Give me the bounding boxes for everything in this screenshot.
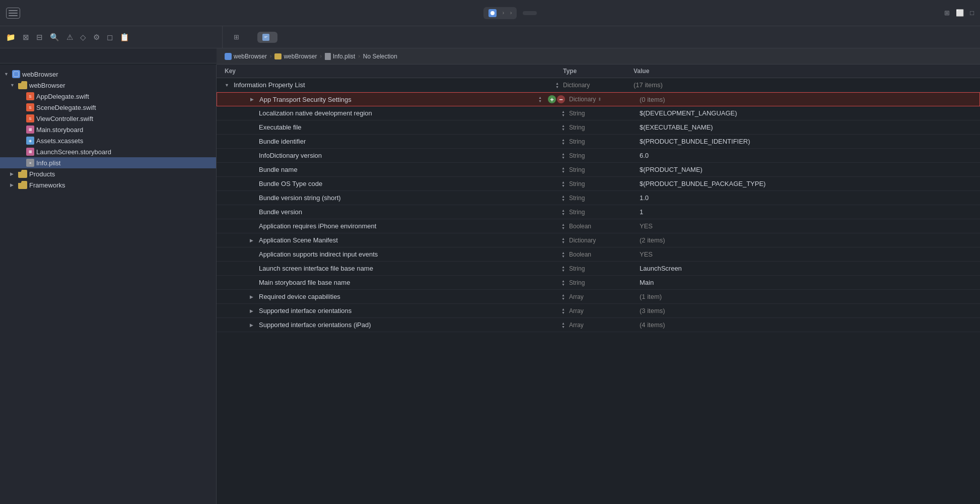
plist-row-bundle-version[interactable]: Bundle version▲▼String1 <box>217 205 980 219</box>
source-control-icon[interactable]: ⊠ <box>23 33 29 42</box>
stepper-up[interactable]: ▲ <box>562 265 565 269</box>
plist-chevron-supported-orientations-ipad[interactable]: ▶ <box>250 323 256 328</box>
stepper-down[interactable]: ▼ <box>562 156 565 159</box>
stepper-up[interactable]: ▲ <box>562 180 565 184</box>
stepper-down[interactable]: ▼ <box>562 283 565 286</box>
stepper-executable-file[interactable]: ▲▼ <box>562 124 565 131</box>
stepper-down[interactable]: ▼ <box>562 311 565 314</box>
stepper-up[interactable]: ▲ <box>555 82 559 85</box>
search-nav-icon[interactable]: 🔍 <box>50 33 59 42</box>
stepper-launch-screen[interactable]: ▲▼ <box>562 265 565 272</box>
add-item-button[interactable]: + <box>548 95 556 103</box>
stepper-up[interactable]: ▲ <box>562 223 565 226</box>
stepper-down[interactable]: ▼ <box>562 255 565 258</box>
stepper-down[interactable]: ▼ <box>562 226 565 230</box>
stepper-up[interactable]: ▲ <box>562 124 565 128</box>
plist-row-app-scene-manifest[interactable]: ▶Application Scene Manifest▲▼Dictionary(… <box>217 233 980 247</box>
stepper-info-prop-list[interactable]: ▲▼ <box>555 82 559 89</box>
inspector-icon[interactable]: □ <box>970 9 974 17</box>
stepper-up[interactable]: ▲ <box>538 96 542 99</box>
stepper-down[interactable]: ▼ <box>562 170 565 173</box>
stepper-localization[interactable]: ▲▼ <box>562 110 565 117</box>
stepper-bundle-id[interactable]: ▲▼ <box>562 138 565 145</box>
stepper-down[interactable]: ▼ <box>562 297 565 300</box>
stepper-down[interactable]: ▼ <box>562 113 565 117</box>
warning-nav-icon[interactable]: ⚠ <box>66 33 73 42</box>
active-tab[interactable] <box>257 32 277 43</box>
stepper-up[interactable]: ▲ <box>562 138 565 142</box>
folder-nav-icon[interactable]: 📁 <box>6 33 16 42</box>
stepper-required-device[interactable]: ▲▼ <box>562 293 565 300</box>
plist-chevron-app-transport[interactable]: ▶ <box>250 97 256 102</box>
sidebar-toggle-button[interactable] <box>6 8 20 19</box>
scheme-selector[interactable]: › › <box>483 7 517 19</box>
stepper-down[interactable]: ▼ <box>562 128 565 131</box>
stepper-app-transport[interactable]: ▲▼ <box>538 96 542 103</box>
test-nav-icon[interactable]: ◇ <box>80 33 86 42</box>
back-button[interactable] <box>243 36 247 38</box>
stepper-up[interactable]: ▲ <box>562 209 565 212</box>
stepper-up[interactable]: ▲ <box>562 152 565 156</box>
stepper-up[interactable]: ▲ <box>562 195 565 198</box>
sidebar-item-mainstoryboard[interactable]: ▦Main.storyboard <box>0 124 216 135</box>
plist-row-localization[interactable]: Localization native development region▲▼… <box>217 106 980 120</box>
stepper-bundle-name[interactable]: ▲▼ <box>562 166 565 173</box>
stepper-supported-orientations[interactable]: ▲▼ <box>562 307 565 314</box>
remove-item-button[interactable]: − <box>557 95 565 103</box>
plist-chevron-app-scene-manifest[interactable]: ▶ <box>250 238 256 243</box>
sidebar-item-project-root[interactable]: ▼webBrowser <box>0 69 216 80</box>
plist-row-supports-indirect[interactable]: Application supports indirect input even… <box>217 247 980 262</box>
stepper-down[interactable]: ▼ <box>562 142 565 145</box>
breakpoint-nav-icon[interactable]: ◻ <box>107 33 113 42</box>
stepper-up[interactable]: ▲ <box>562 237 565 240</box>
plist-row-info-prop-list[interactable]: ▼Information Property List▲▼Dictionary(1… <box>217 78 980 92</box>
sidebar-item-scenedelegate[interactable]: SSceneDelegate.swift <box>0 102 216 113</box>
stepper-supports-indirect[interactable]: ▲▼ <box>562 251 565 258</box>
plist-row-requires-iphone[interactable]: Application requires iPhone environment▲… <box>217 219 980 233</box>
plist-row-supported-orientations[interactable]: ▶Supported interface orientations▲▼Array… <box>217 304 980 318</box>
sidebar-item-infoplist[interactable]: ≡Info.plist <box>0 157 216 168</box>
stepper-down[interactable]: ▼ <box>562 269 565 272</box>
stepper-bundle-version-short[interactable]: ▲▼ <box>562 195 565 202</box>
stepper-app-scene-manifest[interactable]: ▲▼ <box>562 237 565 244</box>
stepper-up[interactable]: ▲ <box>562 322 565 325</box>
debugger-icon[interactable]: ⬜ <box>956 9 964 17</box>
plist-row-bundle-id[interactable]: Bundle identifier▲▼String$(PRODUCT_BUNDL… <box>217 135 980 149</box>
plist-row-bundle-name[interactable]: Bundle name▲▼String$(PRODUCT_NAME) <box>217 163 980 177</box>
plist-row-info-dict-version[interactable]: InfoDictionary version▲▼String6.0 <box>217 149 980 163</box>
stepper-up[interactable]: ▲ <box>562 166 565 170</box>
plist-row-required-device[interactable]: ▶Required device capabilities▲▼Array(1 i… <box>217 290 980 304</box>
stepper-down[interactable]: ▼ <box>538 99 542 103</box>
plist-row-bundle-os-type[interactable]: Bundle OS Type code▲▼String$(PRODUCT_BUN… <box>217 177 980 191</box>
sidebar-item-frameworks[interactable]: ▶Frameworks <box>0 179 216 191</box>
stepper-bundle-os-type[interactable]: ▲▼ <box>562 180 565 187</box>
stepper-down[interactable]: ▼ <box>562 325 565 329</box>
editor-toggle-icon[interactable]: ⊞ <box>944 9 950 17</box>
stepper-up[interactable]: ▲ <box>562 110 565 113</box>
sidebar-item-viewcontroller[interactable]: SViewController.swift <box>0 113 216 124</box>
hierarchy-nav-icon[interactable]: ⊟ <box>36 33 43 42</box>
plist-chevron-supported-orientations[interactable]: ▶ <box>250 308 256 313</box>
sidebar-item-products[interactable]: ▶Products <box>0 168 216 179</box>
breadcrumb-project[interactable]: webBrowser <box>225 53 267 60</box>
plist-row-supported-orientations-ipad[interactable]: ▶Supported interface orientations (iPad)… <box>217 318 980 332</box>
stepper-supported-orientations-ipad[interactable]: ▲▼ <box>562 322 565 329</box>
plist-row-launch-screen[interactable]: Launch screen interface file base name▲▼… <box>217 262 980 276</box>
stepper-up[interactable]: ▲ <box>562 293 565 297</box>
stepper-down[interactable]: ▼ <box>562 198 565 202</box>
stepper-down[interactable]: ▼ <box>562 184 565 187</box>
plist-chevron-required-device[interactable]: ▶ <box>250 294 256 299</box>
plist-row-app-transport[interactable]: ▶App Transport Security Settings▲▼+−Dict… <box>217 92 980 106</box>
forward-button[interactable] <box>249 36 253 38</box>
sidebar-item-folder-web[interactable]: ▼webBrowser <box>0 80 216 91</box>
report-nav-icon[interactable]: 📋 <box>120 33 129 42</box>
stepper-bundle-version[interactable]: ▲▼ <box>562 209 565 216</box>
breadcrumb-file[interactable]: Info.plist <box>325 53 356 60</box>
grid-editor-icon[interactable]: ⊞ <box>234 33 239 41</box>
stepper-up[interactable]: ▲ <box>562 307 565 311</box>
stepper-up[interactable]: ▲ <box>562 279 565 283</box>
stepper-main-storyboard[interactable]: ▲▼ <box>562 279 565 286</box>
plist-row-main-storyboard[interactable]: Main storyboard file base name▲▼StringMa… <box>217 276 980 290</box>
sidebar-item-launchscreen[interactable]: ▦LaunchScreen.storyboard <box>0 146 216 157</box>
stepper-up[interactable]: ▲ <box>562 251 565 255</box>
